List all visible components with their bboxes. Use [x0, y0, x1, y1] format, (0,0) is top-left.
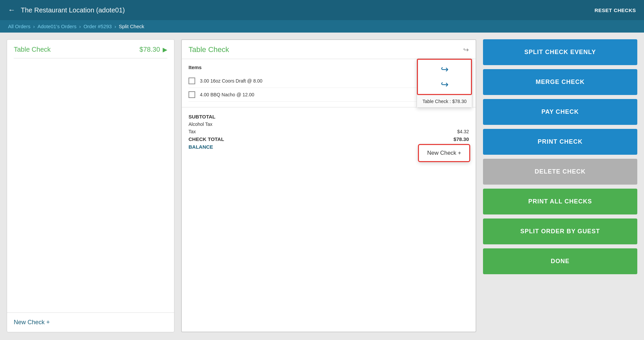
breadcrumb-all-orders[interactable]: All Orders [8, 23, 31, 29]
check-total-label: CHECK TOTAL [189, 136, 224, 142]
subtotal-row: SUBTOTAL [189, 113, 469, 120]
center-panel: Table Check ↪ Items 3.00 16oz Coors Draf… [181, 39, 476, 332]
print-check-button[interactable]: PRINT CHECK [483, 129, 637, 155]
left-check-title: Table Check [14, 46, 51, 53]
breadcrumb-sep-2: › [79, 23, 81, 29]
main-layout: Table Check $78.30 ▶ New Check + Table C… [0, 33, 644, 339]
item-desc-1: 3.00 16oz Coors Draft @ 8.00 [200, 78, 449, 84]
tax-label: Tax [189, 129, 196, 134]
done-button[interactable]: DONE [483, 248, 637, 274]
breadcrumb-current: Split Check [119, 23, 144, 29]
breadcrumb: All Orders › Adote01's Orders › Order #5… [0, 20, 644, 33]
tax-value: $4.32 [457, 129, 469, 134]
header: ← The Restaurant Location (adote01) RESE… [0, 0, 644, 20]
delete-check-button[interactable]: DELETE CHECK [483, 159, 637, 185]
left-panel: Table Check $78.30 ▶ New Check + [7, 39, 174, 332]
left-new-check-button[interactable]: New Check + [7, 312, 174, 332]
tax-row: Tax $4.32 [189, 128, 469, 135]
left-panel-body [7, 58, 174, 312]
balance-label: BALANCE [189, 144, 213, 150]
left-check-header: Table Check $78.30 ▶ [7, 40, 174, 58]
right-panel: SPLIT CHECK EVENLY MERGE CHECK PAY CHECK… [483, 39, 637, 332]
left-check-amount-value: $78.30 [140, 46, 160, 53]
split-order-by-guest-button[interactable]: SPLIT ORDER BY GUEST [483, 218, 637, 244]
back-button[interactable]: ← [8, 6, 15, 14]
share-popup: ↪ ↪ Table Check : $78.30 [417, 58, 472, 108]
breadcrumb-sep-1: › [33, 23, 35, 29]
pay-check-button[interactable]: PAY CHECK [483, 99, 637, 125]
left-check-amount[interactable]: $78.30 ▶ [140, 46, 167, 53]
alcohol-tax-label: Alcohol Tax [189, 122, 212, 127]
alcohol-tax-row: Alcohol Tax [189, 120, 469, 128]
check-total-row: CHECK TOTAL $78.30 [189, 135, 469, 143]
check-total-value: $78.30 [453, 136, 469, 142]
subtotal-label: SUBTOTAL [189, 114, 215, 119]
new-check-popup-button[interactable]: New Check + [418, 144, 470, 162]
share-popup-icons: ↪ ↪ [417, 59, 472, 95]
right-arrow-icon: ▶ [163, 46, 167, 53]
split-check-evenly-button[interactable]: SPLIT CHECK EVENLY [483, 39, 637, 65]
print-all-checks-button[interactable]: PRINT ALL CHECKS [483, 189, 637, 214]
item-checkbox-2[interactable] [189, 91, 195, 98]
center-check-title: Table Check [189, 45, 229, 54]
header-left: ← The Restaurant Location (adote01) [8, 6, 125, 14]
breadcrumb-sep-3: › [114, 23, 116, 29]
share-popup-label: Table Check : $78.30 [417, 95, 472, 107]
share-icon-top[interactable]: ↪ [463, 46, 469, 54]
item-desc-2: 4.00 BBQ Nacho @ 12.00 [200, 92, 449, 97]
share-icon-2[interactable]: ↪ [439, 78, 450, 91]
reset-checks-button[interactable]: RESET CHECKS [594, 7, 636, 13]
header-title: The Restaurant Location (adote01) [21, 6, 125, 14]
center-header: Table Check ↪ [182, 40, 476, 59]
item-checkbox-1[interactable] [189, 78, 195, 84]
share-icon-1[interactable]: ↪ [439, 62, 450, 76]
merge-check-button[interactable]: MERGE CHECK [483, 69, 637, 95]
breadcrumb-order[interactable]: Order #5293 [84, 23, 112, 29]
breadcrumb-adote-orders[interactable]: Adote01's Orders [38, 23, 76, 29]
